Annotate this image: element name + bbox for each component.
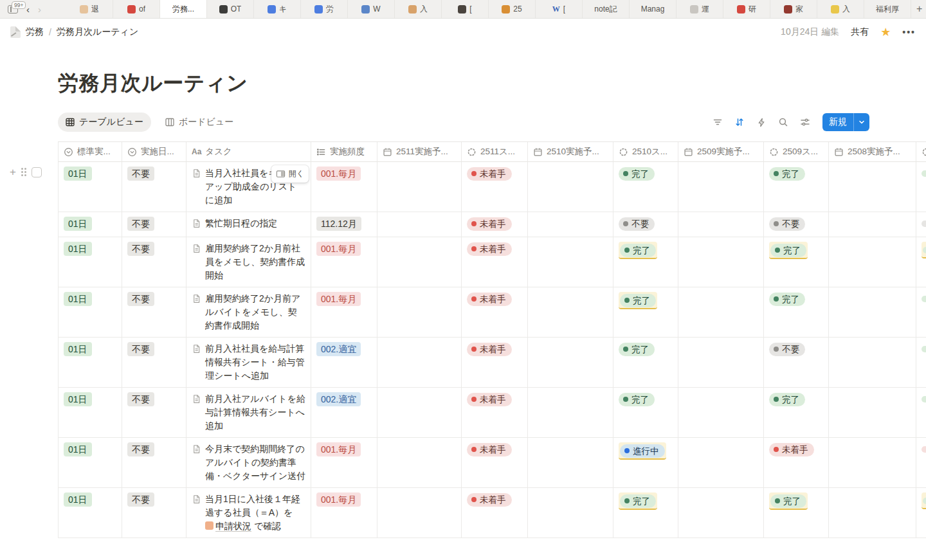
- cell-2508-scheduled-date[interactable]: [829, 212, 916, 237]
- browser-tab-6[interactable]: W: [348, 0, 395, 18]
- cell-2509-scheduled-date[interactable]: [678, 162, 764, 212]
- browser-tab-12[interactable]: Manag: [630, 0, 676, 18]
- cell-implementation-date[interactable]: 不要: [122, 237, 186, 287]
- cell-frequency[interactable]: 001.毎月: [311, 237, 377, 287]
- cell-2511-status[interactable]: 未着手: [462, 212, 528, 237]
- cell-2511-status[interactable]: 未着手: [462, 338, 528, 388]
- cell-standard-date[interactable]: 01日: [58, 237, 122, 287]
- cell-2511-scheduled-date[interactable]: [377, 388, 462, 438]
- cell-2511-scheduled-date[interactable]: [377, 212, 462, 237]
- cell-task[interactable]: 雇用契約終了2か月前社員をメモし、契約書作成開始: [186, 237, 311, 287]
- cell-frequency[interactable]: 001.毎月: [311, 488, 377, 538]
- cell-standard-date[interactable]: 01日: [58, 438, 122, 488]
- browser-tab-4[interactable]: キ: [254, 0, 301, 18]
- cell-task[interactable]: 前月入社アルバイトを給与計算情報共有シートへ追加: [186, 388, 311, 438]
- cell-2509-scheduled-date[interactable]: [678, 287, 764, 338]
- row-checkbox[interactable]: [32, 167, 42, 177]
- task-title[interactable]: 前月入社アルバイトを給与計算情報共有シートへ追加: [205, 392, 305, 433]
- cell-2509-scheduled-date[interactable]: [678, 388, 764, 438]
- browser-tab-14[interactable]: 研: [723, 0, 770, 18]
- new-button-chevron-icon[interactable]: [854, 113, 869, 131]
- new-tab-button[interactable]: +: [911, 0, 926, 18]
- task-title[interactable]: 前月入社社員を給与計算情報共有シート・給与管理シートへ追加: [205, 342, 305, 383]
- cell-2509-status[interactable]: 完了: [764, 237, 829, 287]
- breadcrumb-current[interactable]: 労務月次ルーティン: [57, 26, 138, 38]
- column-header-2508実施予...[interactable]: 2508実施予...: [829, 142, 916, 162]
- cell-2510-scheduled-date[interactable]: [528, 388, 613, 438]
- cell-2511-scheduled-date[interactable]: [377, 162, 462, 212]
- cell-2508-scheduled-date[interactable]: [829, 438, 916, 488]
- cell-2508-scheduled-date[interactable]: [829, 162, 916, 212]
- column-header-2510ス...[interactable]: 2510ス...: [613, 142, 678, 162]
- cell-2508-status[interactable]: [916, 338, 926, 388]
- drag-handle-icon[interactable]: [21, 168, 26, 176]
- cell-2508-scheduled-date[interactable]: [829, 237, 916, 287]
- view-settings-icon[interactable]: [797, 114, 813, 131]
- cell-implementation-date[interactable]: 不要: [122, 162, 186, 212]
- cell-2511-scheduled-date[interactable]: [377, 237, 462, 287]
- cell-task[interactable]: 繁忙期日程の指定: [186, 212, 311, 237]
- cell-2508-status[interactable]: [916, 212, 926, 237]
- browser-tab-11[interactable]: note記: [583, 0, 630, 18]
- tab-board-view[interactable]: ボードビュー: [158, 113, 241, 132]
- page-mention-link[interactable]: 申請状況: [215, 521, 251, 532]
- task-title[interactable]: 雇用契約終了2か月前社員をメモし、契約書作成開始: [205, 242, 305, 282]
- browser-tab-0[interactable]: 退: [66, 0, 113, 18]
- cell-2509-scheduled-date[interactable]: [678, 237, 764, 287]
- cell-2509-status[interactable]: 未着手: [764, 438, 829, 488]
- search-icon[interactable]: [775, 114, 792, 131]
- cell-2510-scheduled-date[interactable]: [528, 287, 613, 338]
- cell-frequency[interactable]: 002.適宜: [311, 338, 377, 388]
- browser-tab-1[interactable]: of: [113, 0, 160, 18]
- back-icon[interactable]: ‹: [26, 5, 30, 14]
- cell-2510-status[interactable]: 進行中: [613, 438, 678, 488]
- cell-2510-scheduled-date[interactable]: [528, 212, 613, 237]
- task-title[interactable]: 今月末で契約期間終了のアルバイトの契約書準備・ベクターサイン送付: [205, 442, 305, 483]
- cell-2510-status[interactable]: 完了: [613, 338, 678, 388]
- browser-tab-9[interactable]: 25: [489, 0, 536, 18]
- cell-2511-scheduled-date[interactable]: [377, 438, 462, 488]
- column-header-タスク[interactable]: Aaタスク: [186, 142, 311, 162]
- cell-2511-scheduled-date[interactable]: [377, 338, 462, 388]
- cell-implementation-date[interactable]: 不要: [122, 287, 186, 338]
- browser-tab-16[interactable]: 入: [817, 0, 864, 18]
- cell-2508-status[interactable]: [916, 488, 926, 538]
- cell-2508-status[interactable]: [916, 162, 926, 212]
- cell-2511-scheduled-date[interactable]: [377, 488, 462, 538]
- cell-frequency[interactable]: 001.毎月: [311, 287, 377, 338]
- cell-implementation-date[interactable]: 不要: [122, 212, 186, 237]
- cell-2511-status[interactable]: 未着手: [462, 162, 528, 212]
- cell-2510-scheduled-date[interactable]: [528, 488, 613, 538]
- column-header-2511ス...[interactable]: 2511ス...: [462, 142, 528, 162]
- cell-2508-scheduled-date[interactable]: [829, 287, 916, 338]
- cell-implementation-date[interactable]: 不要: [122, 338, 186, 388]
- cell-standard-date[interactable]: 01日: [58, 287, 122, 338]
- cell-task[interactable]: 今月末で契約期間終了のアルバイトの契約書準備・ベクターサイン送付: [186, 438, 311, 488]
- cell-2509-status[interactable]: 完了: [764, 162, 829, 212]
- cell-2510-status[interactable]: 完了: [613, 162, 678, 212]
- column-header-実施頻度[interactable]: 実施頻度: [311, 142, 377, 162]
- cell-2509-scheduled-date[interactable]: [678, 212, 764, 237]
- cell-2510-status[interactable]: 不要: [613, 212, 678, 237]
- cell-standard-date[interactable]: 01日: [58, 338, 122, 388]
- cell-2510-status[interactable]: 完了: [613, 237, 678, 287]
- cell-frequency[interactable]: 112.12月: [311, 212, 377, 237]
- cell-task[interactable]: 当月1日に入社後１年経過する社員（＝A）を申請状況 で確認: [186, 488, 311, 538]
- browser-tab-5[interactable]: 労: [301, 0, 348, 18]
- tab-table-view[interactable]: テーブルビュー: [58, 113, 151, 132]
- cell-standard-date[interactable]: 01日: [58, 388, 122, 438]
- browser-tab-7[interactable]: 入: [395, 0, 442, 18]
- favorite-star-icon[interactable]: ★: [880, 26, 891, 38]
- browser-tab-2[interactable]: 労務...: [160, 0, 207, 18]
- cell-2508-scheduled-date[interactable]: [829, 488, 916, 538]
- automation-lightning-icon[interactable]: [753, 114, 770, 131]
- cell-frequency[interactable]: 001.毎月: [311, 438, 377, 488]
- browser-tab-8[interactable]: [: [442, 0, 489, 18]
- cell-2509-status[interactable]: 完了: [764, 488, 829, 538]
- page-title[interactable]: 労務月次ルーティン: [58, 45, 926, 111]
- cell-2508-status[interactable]: [916, 438, 926, 488]
- cell-standard-date[interactable]: 01日+: [58, 162, 122, 212]
- browser-tab-10[interactable]: W[: [536, 0, 583, 18]
- cell-2509-scheduled-date[interactable]: [678, 438, 764, 488]
- cell-task[interactable]: 雇用契約終了2か月前アルバイトをメモし、契約書作成開始: [186, 287, 311, 338]
